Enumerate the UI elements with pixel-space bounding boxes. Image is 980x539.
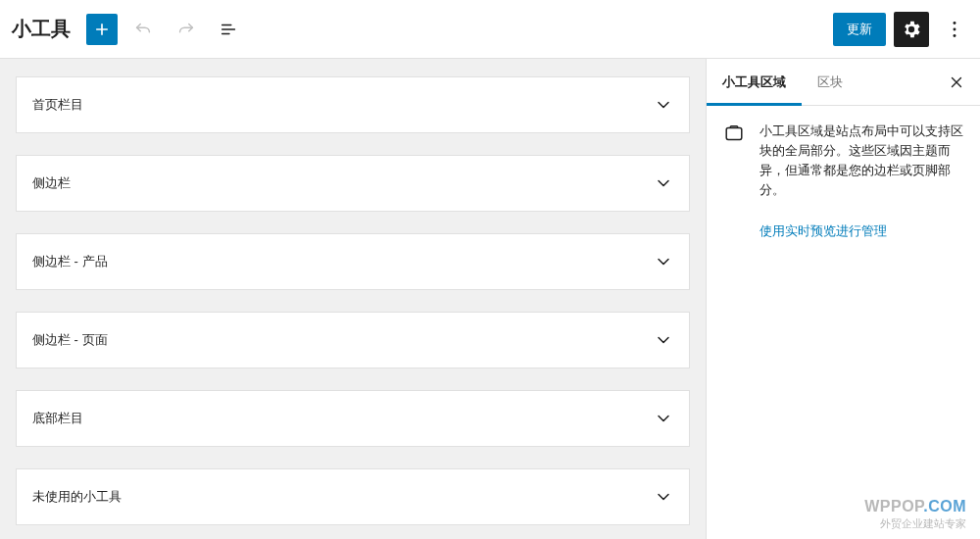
sidebar-link-row: 使用实时预览进行管理	[707, 217, 980, 256]
widget-area-sidebar-pages[interactable]: 侧边栏 - 页面	[16, 312, 690, 368]
toolbar-left: 小工具	[8, 12, 247, 47]
widget-area-label: 未使用的小工具	[32, 488, 122, 506]
toolbar-right: 更新	[833, 12, 972, 47]
chevron-down-icon	[654, 252, 673, 271]
plus-icon	[92, 20, 112, 39]
sidebar-tabs: 小工具区域 区块	[707, 59, 980, 106]
svg-point-2	[954, 33, 956, 36]
gear-icon	[901, 19, 922, 40]
update-button[interactable]: 更新	[833, 13, 886, 46]
chevron-down-icon	[654, 173, 673, 193]
tab-label: 小工具区域	[722, 74, 786, 91]
add-block-button[interactable]	[86, 14, 118, 45]
undo-icon	[132, 19, 154, 40]
update-button-label: 更新	[847, 21, 872, 38]
close-icon	[948, 74, 965, 91]
svg-rect-3	[726, 128, 742, 140]
list-view-button[interactable]	[212, 12, 247, 47]
tab-label: 区块	[817, 74, 843, 91]
chevron-down-icon	[654, 487, 673, 507]
page-title: 小工具	[8, 16, 78, 42]
more-vertical-icon	[944, 19, 965, 40]
widget-area-footer[interactable]: 底部栏目	[16, 390, 690, 447]
widget-area-label: 侧边栏	[32, 174, 71, 192]
widget-area-label: 侧边栏 - 产品	[32, 253, 108, 270]
widget-area-inactive[interactable]: 未使用的小工具	[16, 468, 690, 525]
widget-area-sidebar[interactable]: 侧边栏	[16, 155, 690, 212]
widget-area-icon	[722, 122, 746, 145]
widget-area-label: 底部栏目	[32, 410, 83, 427]
redo-icon	[175, 19, 197, 40]
settings-sidebar: 小工具区域 区块 小工具区域是站点布局中可以支持区块的全局部分。这些区域因主题而…	[706, 59, 980, 539]
list-view-icon	[219, 19, 240, 40]
more-options-button[interactable]	[937, 12, 972, 47]
redo-button[interactable]	[169, 12, 204, 47]
live-preview-link[interactable]: 使用实时预览进行管理	[760, 223, 887, 238]
svg-point-1	[954, 27, 956, 30]
sidebar-panel-body: 小工具区域是站点布局中可以支持区块的全局部分。这些区域因主题而异，但通常都是您的…	[707, 106, 980, 217]
svg-point-0	[954, 22, 956, 24]
settings-button[interactable]	[894, 12, 929, 47]
main-area: 首页栏目 侧边栏 侧边栏 - 产品 侧边栏 - 页面 底部栏目 未使用的小工具	[0, 59, 980, 539]
widget-area-home[interactable]: 首页栏目	[16, 76, 690, 133]
chevron-down-icon	[654, 95, 673, 115]
tab-widget-areas[interactable]: 小工具区域	[707, 59, 802, 106]
close-sidebar-button[interactable]	[933, 59, 980, 106]
undo-button[interactable]	[125, 12, 161, 47]
widget-area-label: 侧边栏 - 页面	[32, 331, 108, 349]
chevron-down-icon	[654, 330, 673, 350]
chevron-down-icon	[654, 409, 673, 428]
widget-area-label: 首页栏目	[32, 96, 83, 114]
tab-blocks[interactable]: 区块	[802, 59, 858, 106]
top-toolbar: 小工具 更新	[0, 0, 980, 59]
sidebar-description: 小工具区域是站点布局中可以支持区块的全局部分。这些区域因主题而异，但通常都是您的…	[760, 122, 964, 201]
widget-canvas: 首页栏目 侧边栏 侧边栏 - 产品 侧边栏 - 页面 底部栏目 未使用的小工具	[0, 59, 706, 539]
widget-area-sidebar-products[interactable]: 侧边栏 - 产品	[16, 233, 690, 290]
